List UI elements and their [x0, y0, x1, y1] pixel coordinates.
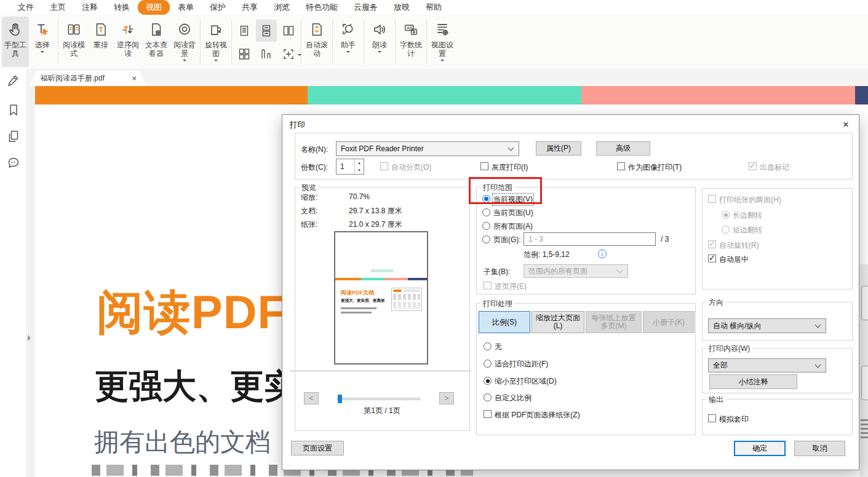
- grayscale-checkbox[interactable]: [480, 162, 488, 170]
- page-range-input[interactable]: 1 - 3: [524, 232, 656, 246]
- all-pages-radio[interactable]: [482, 222, 490, 230]
- auto-rotate-checkbox[interactable]: [708, 240, 716, 248]
- menu-features[interactable]: 特色功能: [298, 1, 346, 14]
- page-setup-button[interactable]: 页面设置: [291, 441, 344, 455]
- simulate-overprint-checkbox[interactable]: [708, 414, 716, 422]
- fit-margins-radio[interactable]: [484, 360, 492, 368]
- annotate-pencil-icon[interactable]: [6, 73, 21, 87]
- shrink-to-area-label[interactable]: 缩小至打印区域(D): [495, 376, 557, 387]
- tab-booklet[interactable]: 小册子(K): [643, 311, 695, 333]
- page-slider-track[interactable]: [337, 398, 420, 400]
- custom-scale-radio[interactable]: [484, 393, 492, 401]
- both-sides-checkbox[interactable]: [708, 195, 716, 203]
- print-content-select[interactable]: 全部: [708, 358, 826, 373]
- menu-home[interactable]: 主页: [42, 1, 74, 14]
- all-pages-label[interactable]: 所有页面(A): [493, 221, 533, 232]
- read-mode-button[interactable]: 阅读模式: [60, 17, 87, 67]
- reverse-pages-checkbox[interactable]: [484, 282, 492, 290]
- rotate-view-caret[interactable]: [214, 60, 218, 63]
- assistant-caret[interactable]: [346, 51, 350, 55]
- page-range-radio[interactable]: [482, 235, 490, 243]
- menu-protect[interactable]: 保护: [202, 1, 234, 14]
- comments-panel-icon[interactable]: [6, 156, 21, 170]
- choose-paper-checkbox[interactable]: [484, 410, 492, 418]
- prev-page-button[interactable]: <: [304, 392, 319, 404]
- properties-button[interactable]: 属性(P): [536, 141, 581, 156]
- menu-present[interactable]: 放映: [386, 1, 418, 14]
- scale-none-label[interactable]: 无: [495, 342, 502, 352]
- facing-continuous-icon[interactable]: [234, 43, 255, 65]
- read-background-button[interactable]: 阅读背景: [171, 17, 198, 67]
- reflow-button[interactable]: 重排: [87, 17, 114, 67]
- printer-select[interactable]: Foxit PDF Reader Printer: [336, 141, 519, 156]
- menu-form[interactable]: 表单: [170, 1, 202, 14]
- select-dropdown-caret[interactable]: [41, 51, 44, 55]
- view-settings-caret[interactable]: [440, 60, 444, 63]
- next-page-button[interactable]: >: [439, 392, 454, 404]
- reverse-read-icon: [120, 20, 136, 39]
- read-aloud-caret[interactable]: [378, 51, 381, 55]
- spin-up-icon[interactable]: ▲: [355, 159, 364, 167]
- document-tab[interactable]: 福昕阅读器手册.pdf ×: [30, 71, 146, 86]
- assistant-button[interactable]: 助手: [335, 17, 362, 67]
- menu-browse[interactable]: 浏览: [266, 1, 298, 14]
- ok-button[interactable]: 确定: [734, 441, 786, 456]
- view-settings-button[interactable]: 视图设置: [429, 17, 456, 67]
- bleed-marks-checkbox[interactable]: [749, 162, 757, 170]
- tab-tile-oversize[interactable]: 缩放过大页面(L): [532, 311, 584, 333]
- banner-navy-segment: [855, 86, 868, 104]
- facing-page-icon[interactable]: [278, 20, 299, 42]
- flip-short-radio[interactable]: [722, 226, 730, 234]
- select-tool-button[interactable]: 选择: [29, 17, 56, 67]
- hand-tool-button[interactable]: 手型工具: [2, 17, 29, 67]
- panel-expand-handle[interactable]: [28, 335, 34, 341]
- separate-view-icon[interactable]: [278, 43, 299, 65]
- fit-margins-label[interactable]: 适合打印边距(F): [495, 359, 548, 369]
- page-slider-handle[interactable]: [338, 395, 342, 403]
- text-viewer-button[interactable]: 文本查看器: [141, 17, 171, 67]
- bookmarks-icon[interactable]: [6, 103, 21, 117]
- current-page-label[interactable]: 当前页面(U): [493, 208, 533, 218]
- menu-cloud[interactable]: 云服务: [346, 1, 386, 14]
- word-count-button[interactable]: AB 字数统计: [397, 17, 424, 67]
- menu-share[interactable]: 共享: [234, 1, 266, 14]
- auto-scroll-button[interactable]: 自动滚动: [303, 17, 330, 67]
- rotate-view-button[interactable]: 旋转视图: [202, 17, 229, 67]
- chevron-down-icon: [815, 322, 821, 328]
- collate-checkbox[interactable]: [380, 162, 388, 170]
- tab-scale[interactable]: 比例(S): [479, 311, 530, 333]
- info-icon[interactable]: i: [598, 250, 607, 258]
- split-view-icon[interactable]: [256, 43, 277, 65]
- auto-center-checkbox[interactable]: [708, 254, 716, 262]
- flip-long-radio[interactable]: [722, 211, 730, 219]
- spin-down-icon[interactable]: ▼: [355, 167, 364, 174]
- print-as-image-checkbox[interactable]: [617, 162, 625, 170]
- scale-none-radio[interactable]: [484, 342, 492, 350]
- reflow-icon: [93, 20, 109, 39]
- subset-select[interactable]: 范围内的所有页面: [524, 264, 628, 278]
- chevron-down-icon: [508, 145, 514, 151]
- menu-comment[interactable]: 注释: [74, 1, 106, 14]
- tab-close-icon[interactable]: ×: [130, 74, 138, 82]
- reverse-read-button[interactable]: 逆序阅读: [114, 17, 141, 67]
- shrink-to-area-radio[interactable]: [484, 377, 492, 385]
- menu-file[interactable]: 文件: [10, 1, 42, 14]
- menu-help[interactable]: 帮助: [418, 1, 450, 14]
- summarize-comments-button[interactable]: 小结注释: [709, 374, 797, 389]
- cancel-button[interactable]: 取消: [794, 441, 845, 456]
- read-aloud-button[interactable]: 朗读: [366, 17, 393, 67]
- dialog-close-icon[interactable]: ×: [840, 118, 851, 131]
- orientation-select[interactable]: 自动 横向/纵向: [708, 318, 826, 333]
- read-background-caret[interactable]: [183, 60, 186, 63]
- current-page-radio[interactable]: [482, 208, 490, 216]
- custom-scale-label[interactable]: 自定义比例: [495, 393, 532, 403]
- pages-panel-icon[interactable]: [6, 129, 21, 144]
- single-page-icon[interactable]: [234, 20, 255, 42]
- advanced-button[interactable]: 高级: [596, 141, 650, 156]
- continuous-page-icon[interactable]: [256, 20, 277, 42]
- separate-view-caret[interactable]: [298, 54, 301, 58]
- tab-multiple-per-sheet[interactable]: 每张纸上放置多页(M): [586, 311, 642, 333]
- copies-stepper[interactable]: 1 ▲ ▼: [336, 159, 364, 175]
- menu-view[interactable]: 视图: [138, 0, 170, 15]
- menu-convert[interactable]: 转换: [106, 1, 138, 14]
